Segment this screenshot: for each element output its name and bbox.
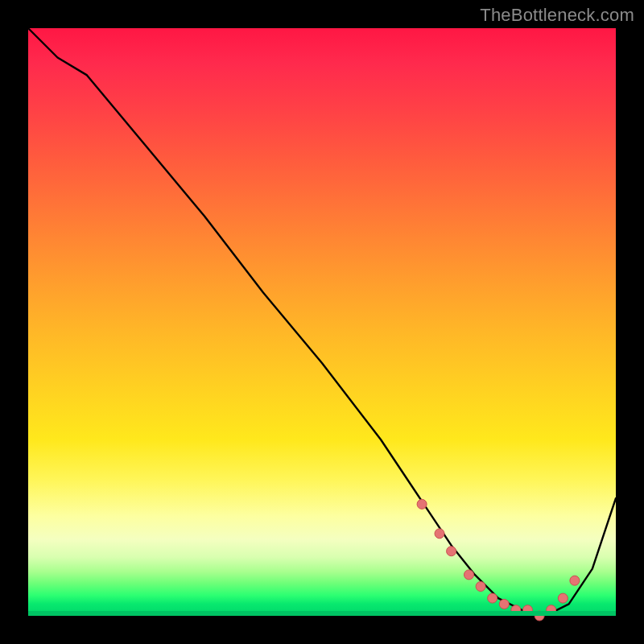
plot-area xyxy=(28,28,616,616)
chart-frame: TheBottleneck.com xyxy=(0,0,644,644)
marker-dot xyxy=(488,593,497,603)
marker-dot xyxy=(523,605,533,615)
chart-svg xyxy=(28,28,616,616)
highlighted-points-group xyxy=(417,499,580,621)
marker-dot xyxy=(570,576,580,585)
curve-line-group xyxy=(28,28,616,616)
marker-dot xyxy=(447,547,456,556)
marker-dot xyxy=(535,611,544,621)
marker-dot xyxy=(417,499,427,509)
bottleneck-curve-line xyxy=(28,28,616,616)
marker-dot xyxy=(476,582,485,592)
marker-dot xyxy=(435,529,444,539)
marker-dot xyxy=(499,599,509,609)
watermark-text: TheBottleneck.com xyxy=(480,5,634,26)
marker-dot xyxy=(558,593,568,603)
marker-dot xyxy=(547,605,556,615)
marker-dot xyxy=(511,605,521,615)
marker-dot xyxy=(464,570,474,580)
